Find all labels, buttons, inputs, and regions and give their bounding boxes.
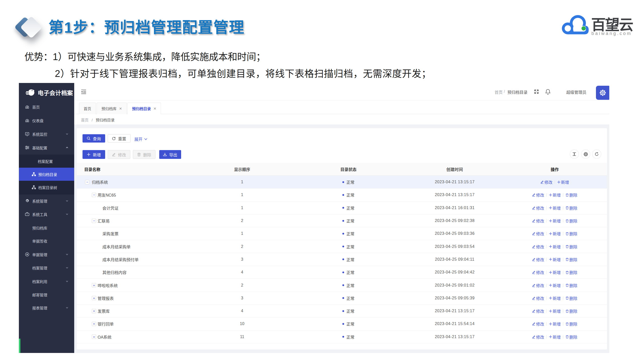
svg-text:baiwang.com: baiwang.com — [591, 31, 632, 36]
svg-text:百望云: 百望云 — [591, 17, 633, 33]
